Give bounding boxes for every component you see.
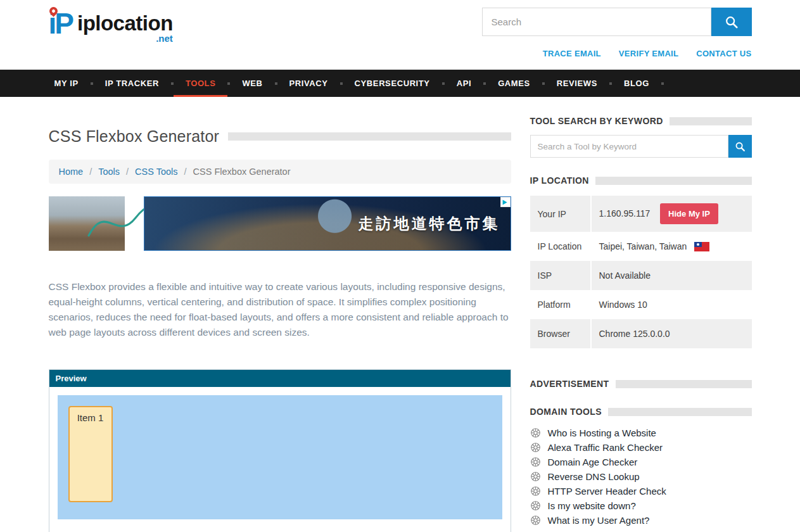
breadcrumb-separator: / xyxy=(184,167,187,177)
gear-icon xyxy=(530,442,541,453)
list-item: What is my User Agent? xyxy=(530,513,752,528)
row-value: Not Available xyxy=(591,261,752,290)
search-icon xyxy=(725,15,739,29)
page-title: CSS Flexbox Generator xyxy=(49,127,220,146)
gear-icon xyxy=(530,515,541,526)
list-item: Alexa Traffic Rank Checker xyxy=(530,440,752,455)
row-value: Windows 10 xyxy=(591,290,752,319)
nav-separator xyxy=(661,82,664,85)
table-row-isp: ISP Not Available xyxy=(530,261,752,290)
nav-item-tools[interactable]: TOOLS xyxy=(174,70,228,97)
ad-headline: 走訪地道特色市集 xyxy=(359,213,500,234)
row-label: IP Location xyxy=(530,232,591,261)
row-value: Chrome 125.0.0.0 xyxy=(591,319,752,348)
flex-preview-container: Item 1 xyxy=(58,395,502,519)
site-search-input[interactable] xyxy=(482,8,711,36)
nav-item-games[interactable]: GAMES xyxy=(486,70,542,97)
list-item: Domain Age Checker xyxy=(530,455,752,469)
table-row-ip-location: IP Location Taipei, Taiwan, Taiwan xyxy=(530,232,752,261)
your-ip-value: 1.160.95.117 xyxy=(599,208,651,218)
row-value: Taipei, Taiwan, Taiwan xyxy=(591,232,752,261)
ip-location-heading: IP LOCATION xyxy=(530,175,589,186)
page: iP iplocation .net xyxy=(0,0,800,532)
logo-name: iplocation xyxy=(77,13,173,35)
nav-item-api[interactable]: API xyxy=(445,70,483,97)
row-label: Platform xyxy=(530,290,591,319)
site-search xyxy=(482,8,752,36)
ad-right-image: 走訪地道特色市集 xyxy=(144,196,511,251)
flex-item-1[interactable]: Item 1 xyxy=(68,406,113,502)
logo[interactable]: iP iplocation .net xyxy=(49,10,173,58)
table-row-your-ip: Your IP 1.160.95.117 Hide My IP xyxy=(530,196,752,232)
site-search-button[interactable] xyxy=(711,8,752,36)
breadcrumb-link-home[interactable]: Home xyxy=(59,167,84,177)
domain-tool-link-http-header[interactable]: HTTP Server Header Check xyxy=(548,486,666,497)
nav-item-reviews[interactable]: REVIEWS xyxy=(545,70,609,97)
title-decor-bar xyxy=(228,132,511,141)
top-links: TRACE EMAIL VERIFY EMAIL CONTACT US xyxy=(543,49,752,58)
breadcrumb-link-tools[interactable]: Tools xyxy=(98,167,120,177)
logo-words: iplocation .net xyxy=(77,13,173,44)
table-row-browser: Browser Chrome 125.0.0.0 xyxy=(530,319,752,348)
taiwan-flag-icon xyxy=(694,242,709,251)
search-icon xyxy=(735,141,746,152)
domain-tool-link-alexa-rank[interactable]: Alexa Traffic Rank Checker xyxy=(548,442,663,453)
table-row-platform: Platform Windows 10 xyxy=(530,290,752,319)
ad-banner[interactable]: 走訪地道特色市集 xyxy=(49,196,511,251)
row-label: ISP xyxy=(530,261,591,290)
top-link-contact-us[interactable]: CONTACT US xyxy=(696,49,751,58)
main-column: CSS Flexbox Generator Home / Tools / CSS… xyxy=(49,116,511,532)
row-label: Browser xyxy=(530,319,591,348)
hide-my-ip-button[interactable]: Hide My IP xyxy=(660,203,718,224)
gear-icon xyxy=(530,428,541,438)
gear-icon xyxy=(530,457,541,467)
tool-search-button[interactable] xyxy=(728,135,752,158)
nav-item-web[interactable]: WEB xyxy=(230,70,274,97)
domain-tool-link-website-down[interactable]: Is my website down? xyxy=(548,500,636,511)
nav-item-cybersecurity[interactable]: CYBERSECURITY xyxy=(343,70,442,97)
list-item: Is my website down? xyxy=(530,498,752,513)
nav-item-privacy[interactable]: PRIVACY xyxy=(277,70,340,97)
tool-search-input[interactable] xyxy=(530,135,728,158)
domain-tool-link-user-agent[interactable]: What is my User Agent? xyxy=(548,515,650,526)
breadcrumb-link-css-tools[interactable]: CSS Tools xyxy=(135,167,177,177)
nav-item-my-ip[interactable]: MY IP xyxy=(49,70,91,97)
top-link-verify-email[interactable]: VERIFY EMAIL xyxy=(619,49,678,58)
row-label: Your IP xyxy=(530,196,591,232)
logo-monogram-icon: iP xyxy=(49,10,75,38)
ip-location-table: Your IP 1.160.95.117 Hide My IP IP Locat… xyxy=(530,196,752,348)
domain-tool-link-hosting[interactable]: Who is Hosting a Website xyxy=(548,428,656,438)
main-nav: MY IP IP TRACKER TOOLS WEB PRIVACY CYBER… xyxy=(0,70,800,97)
breadcrumb: Home / Tools / CSS Tools / CSS Flexbox G… xyxy=(49,160,511,184)
domain-tools-list: Who is Hosting a Website Alexa Traffic R… xyxy=(530,426,752,528)
row-value: 1.160.95.117 Hide My IP xyxy=(591,196,752,232)
tool-search xyxy=(530,135,752,158)
list-item: HTTP Server Header Check xyxy=(530,484,752,498)
gear-icon xyxy=(530,486,541,497)
breadcrumb-separator: / xyxy=(89,167,92,177)
tool-description: CSS Flexbox provides a flexible and intu… xyxy=(49,279,511,340)
preview-panel: Preview Item 1 xyxy=(49,369,511,532)
breadcrumb-separator: / xyxy=(126,167,129,177)
domain-tools-heading: DOMAIN TOOLS xyxy=(530,407,602,417)
ad-left-image xyxy=(49,196,125,251)
heading-decor-bar xyxy=(616,380,752,388)
gear-icon xyxy=(530,500,541,511)
top-link-trace-email[interactable]: TRACE EMAIL xyxy=(543,49,601,58)
ip-location-value: Taipei, Taiwan, Taiwan xyxy=(599,241,687,251)
tool-search-heading: TOOL SEARCH BY KEYWORD xyxy=(530,116,663,126)
list-item: Who is Hosting a Website xyxy=(530,426,752,440)
sidebar: TOOL SEARCH BY KEYWORD IP LOCATION xyxy=(530,116,752,528)
adchoices-icon[interactable] xyxy=(500,197,511,207)
nav-item-blog[interactable]: BLOG xyxy=(612,70,661,97)
domain-tool-link-domain-age[interactable]: Domain Age Checker xyxy=(548,457,638,467)
heading-decor-bar xyxy=(608,408,752,416)
site-header: iP iplocation .net xyxy=(0,0,800,70)
list-item: Reverse DNS Lookup xyxy=(530,469,752,484)
nav-item-ip-tracker[interactable]: IP TRACKER xyxy=(93,70,171,97)
heading-decor-bar xyxy=(595,177,752,185)
gear-icon xyxy=(530,471,541,482)
header-right: TRACE EMAIL VERIFY EMAIL CONTACT US xyxy=(482,8,752,58)
domain-tool-link-reverse-dns[interactable]: Reverse DNS Lookup xyxy=(548,471,640,482)
logo-tld: .net xyxy=(156,33,173,44)
